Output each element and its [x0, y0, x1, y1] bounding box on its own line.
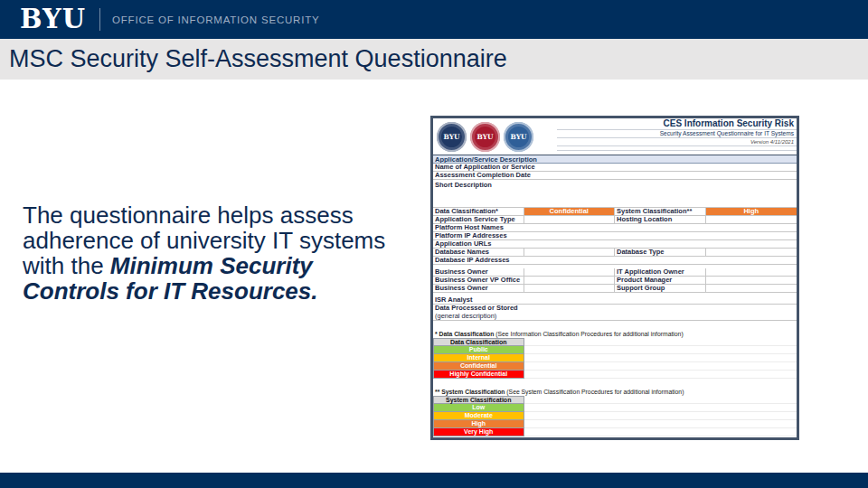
field-label-cell: Data Classification*	[433, 208, 524, 215]
legend-color-cell: Moderate	[433, 412, 524, 420]
body-text-segment: with the	[23, 252, 110, 279]
body-line: adherence of university IT systems	[23, 228, 385, 253]
grid-filler	[524, 412, 797, 420]
legend-row: Highly Confidential	[433, 371, 797, 379]
field-label: Data Processed or Stored	[435, 305, 518, 312]
grid-filler	[524, 346, 797, 354]
form-field-row: Platform IP Addresses	[433, 232, 797, 240]
legend-color-cell: Highly Confidential	[433, 371, 524, 379]
brand-divider	[99, 8, 100, 31]
byu-seal-icon: BYU	[504, 122, 533, 152]
questionnaire-header: BYUBYUBYU CES Information Security Risk …	[433, 118, 797, 155]
form-field-row: Data Classification*ConfidentialSystem C…	[433, 208, 797, 216]
form-field-row: Application Service TypeHosting Location	[433, 216, 797, 224]
form-field-row: Database IP Addresses	[433, 257, 797, 265]
form-field-row: Short Description	[433, 180, 797, 208]
body-emphasis-text: Minimum Security	[110, 252, 313, 279]
field-value-cell: Confidential	[524, 208, 616, 215]
legend-color-cell: Very High	[433, 428, 524, 436]
body-line: The questionnaire helps assess	[23, 202, 385, 228]
questionnaire-subtitle: Security Assessment Questionnaire for IT…	[557, 130, 797, 138]
legend-color-cell: High	[433, 420, 524, 428]
form-field-row: Assessment Completion Date	[433, 172, 797, 180]
legend-row: High	[433, 420, 797, 428]
form-field-row: Data Processed or Stored(general descrip…	[433, 305, 797, 321]
page-title: MSC Security Self-Assessment Questionnai…	[9, 45, 507, 73]
body-line: with the Minimum Security	[23, 253, 385, 278]
legend-header-cell: Data Classification	[433, 338, 524, 346]
field-value-cell	[706, 216, 797, 223]
form-field-row: Platform Host Names	[433, 224, 797, 232]
grid-filler	[524, 420, 797, 428]
grid-filler	[524, 404, 797, 412]
field-label-cell: Support Group	[615, 285, 706, 292]
legend-row: Internal	[433, 354, 797, 362]
form-section-header: Application/Service Description	[433, 155, 797, 164]
field-label-cell: Database Type	[615, 249, 706, 256]
legend-row: Moderate	[433, 412, 797, 420]
footnote-term: * Data Classification	[435, 331, 494, 337]
legend-color-cell: Public	[433, 346, 524, 354]
legend-color-cell: Confidential	[433, 362, 524, 371]
footnote-row: ** System Classification (See System Cla…	[433, 388, 797, 396]
grid-filler	[524, 354, 797, 362]
byu-seals: BYUBYUBYU	[433, 118, 557, 155]
field-value-cell	[524, 216, 616, 223]
field-sublabel: (general description)	[435, 313, 797, 321]
legend-row: Public	[433, 346, 797, 354]
field-label-cell: Database Names	[433, 249, 524, 256]
legend-row: Very High	[433, 428, 797, 436]
field-label-cell: Business Owner Department	[433, 285, 524, 292]
legend-header-cell: System Classification	[433, 396, 524, 404]
body-text-segment: The questionnaire helps assess	[23, 202, 354, 229]
field-value-cell	[706, 277, 797, 284]
footnote-term: ** System Classification	[435, 389, 505, 395]
form-field-row: Business OwnerIT Application Owner	[433, 268, 797, 277]
department-name: OFFICE OF INFORMATION SECURITY	[112, 14, 320, 25]
form-field-row: ISR Analyst	[433, 296, 797, 305]
questionnaire-version: Version 4/11/2021	[557, 138, 797, 146]
legend-color-cell: Internal	[433, 354, 524, 362]
questionnaire-screenshot: BYUBYUBYU CES Information Security Risk …	[430, 116, 799, 440]
field-label-cell: Business Owner VP Office	[433, 277, 524, 284]
form-field-row: Database NamesDatabase Type	[433, 249, 797, 257]
field-label-cell: Business Owner	[433, 268, 524, 276]
top-bar: BYU OFFICE OF INFORMATION SECURITY	[0, 0, 868, 39]
footnote-row: * Data Classification (See Information C…	[433, 330, 797, 338]
field-value-cell	[706, 285, 797, 292]
field-value-cell	[706, 268, 797, 276]
legend-row: Low	[433, 404, 797, 412]
body-emphasis-text: Controls for IT Resources.	[23, 277, 318, 305]
bottom-bar	[0, 473, 868, 488]
legend-header-row: Data Classification	[433, 338, 797, 346]
title-band: MSC Security Self-Assessment Questionnai…	[0, 39, 868, 80]
field-label-cell: System Classification**	[615, 208, 706, 215]
grid-filler	[524, 338, 797, 346]
form-field-row: Application URLs	[433, 240, 797, 249]
grid-filler	[524, 362, 797, 371]
field-value-cell: High	[706, 208, 797, 215]
legend-row: Confidential	[433, 362, 797, 371]
field-label-cell: Hosting Location	[615, 216, 706, 223]
field-value-cell	[524, 268, 616, 276]
grid-filler	[524, 371, 797, 379]
body-paragraph: The questionnaire helps assessadherence …	[23, 202, 385, 304]
body-line: Controls for IT Resources.	[23, 278, 385, 304]
field-label-cell: IT Application Owner	[615, 268, 706, 276]
spacer-row	[433, 321, 797, 330]
grid-filler	[524, 396, 797, 404]
questionnaire-title: CES Information Security Risk	[557, 118, 797, 130]
byu-seal-icon: BYU	[470, 122, 500, 152]
form-field-row: Business Owner VP OfficeProduct Manager	[433, 277, 797, 285]
field-label-cell: Application Service Type	[433, 216, 524, 223]
body-text-segment: adherence of university IT systems	[23, 227, 385, 254]
legend-header-row: System Classification	[433, 396, 797, 404]
questionnaire-rows: Application/Service DescriptionName of A…	[433, 155, 797, 437]
field-value-cell	[524, 277, 616, 284]
spacer-row	[433, 379, 797, 388]
questionnaire-header-text: CES Information Security Risk Security A…	[557, 118, 797, 155]
field-value-cell	[524, 285, 616, 292]
byu-logo: BYU	[20, 6, 86, 33]
field-label-cell: Product Manager	[615, 277, 706, 284]
grid-filler	[524, 428, 797, 436]
